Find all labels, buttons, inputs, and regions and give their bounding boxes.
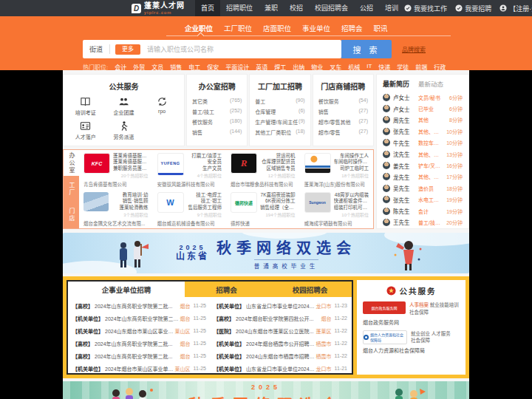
subnav-enterprise-jobs[interactable]: 企业职位 [185,23,213,34]
job-category-row[interactable]: 仓库管理(6) [250,106,310,117]
resume-item[interactable]: 张先生其他、文员10分钟 [383,126,463,137]
job-category-row[interactable]: 普工(90) [250,96,310,106]
hot-job-link[interactable]: 保安 [207,63,219,71]
job-category-row[interactable]: 餐饮服务(54) [313,96,373,106]
hot-job-link[interactable]: 行政 [434,63,446,71]
tab-office[interactable]: 办公室 [64,150,79,176]
nav-parttime[interactable]: 兼职 [259,0,284,16]
nav-campus[interactable]: 校招 [284,0,309,16]
nav-campus-fair[interactable]: 校园招聘会 [309,0,354,16]
job-category-row[interactable]: 销售(144) [187,127,247,137]
hot-job-link[interactable]: IT [366,63,372,71]
tab-institution-recruit[interactable]: 企事业单位招聘 [68,282,185,297]
subnav-public-institution[interactable]: 事业单位 [302,23,330,34]
bulletin-item[interactable]: 【机关单位】2024年烟台市莱山区事业单位招...莱山区11-25 [72,362,206,375]
resume-item[interactable]: 龙先生其他、保安17分钟 [383,171,463,183]
tab-job-fair[interactable]: 招聘会 [185,282,268,297]
job-category-row[interactable]: 超市/零售(27) [313,127,373,137]
service-team-building[interactable]: 企业团建 [105,96,143,116]
bulletin-item[interactable]: 【机关单位】山东省龙口市事业单位2024年11...龙口市11-23 [214,299,347,312]
tab-factory[interactable]: 工厂 [64,176,79,202]
hot-job-link[interactable]: 平面设计 [225,63,249,71]
resume-item[interactable]: 沈先生其他、物流、配送...13分钟 [383,149,463,160]
hot-job-link[interactable]: 会计 [115,63,126,71]
bulletin-item[interactable]: 【高校】2024年山东商务职业学院第二批...烟台11-25 [72,349,206,362]
bulletin-item[interactable]: 【高校】2024年山东商务职业学院第二批...烟台11-25 [72,337,206,349]
hot-job-link[interactable]: 电工 [188,63,200,71]
nav-training[interactable]: 培训 [379,0,404,16]
company-card[interactable]: R 货运司机 仓库理货配货员 区域销售专员 12个热招职位 烟台市瑞粮食品科技有… [226,150,300,189]
company-card[interactable]: YUFENG 打磨工/油漆工 安全员 生产文员 4个热招职位 安徽驭风能源科技有… [153,150,227,189]
resume-item[interactable]: 周先生其他8分钟 [383,115,463,126]
company-card[interactable]: 德邦快递 7K直招夜班装卸 6K夜间分拣工 销售经理（全四川 194个热招职位 … [226,189,300,228]
hot-job-link[interactable]: 焊工 [274,63,286,71]
resume-item[interactable]: 陈先生会计19分钟 [383,205,463,216]
bulletin-item[interactable]: 【医院】2024山东烟台市蓬莱区公立医院...蓬莱区11-22 [214,324,347,337]
resume-item[interactable]: 张先生水电工、焊工19分钟 [383,194,463,205]
find-job-link[interactable]: 我要找工作 [404,4,447,13]
hot-job-link[interactable]: 物业 [311,63,323,71]
bulletin-item[interactable]: 【高校】2024年烟台职业学院第四批公开...烟台11-22 [214,312,347,324]
service-talent-settlement[interactable]: 人才落户 [66,120,105,140]
job-category-row[interactable]: 超市/零售其他(27) [313,117,373,127]
search-input[interactable] [146,45,341,54]
resume-item[interactable]: 卢女士文员/秘书6分钟 [383,92,463,103]
nav-public-recruit[interactable]: 公招 [354,0,379,16]
nav-jobs[interactable]: 招聘职位 [220,0,259,16]
service-training-cert[interactable]: 培训考证 [66,96,105,116]
tab-campus-fair[interactable]: 校园招聘会 [268,282,352,297]
brand-search-link[interactable]: 品牌搜索 [402,45,426,53]
subnav-factory-jobs[interactable]: 工厂职位 [224,23,252,34]
hot-job-link[interactable]: 机械 [348,63,360,71]
job-category-row[interactable]: 销售(27) [313,106,373,117]
tab-latest-resumes[interactable]: 最新简历 [383,79,409,89]
bulletin-item[interactable]: 【高校】2024年山东商务职业学院第二批...烟台11-25 [72,299,206,312]
hire-link[interactable]: 我要招聘 [455,4,491,13]
company-card[interactable]: W 技工·电焊工 技工·钳工 售后服务工程师 9个热招职位 烟台威嘉机械设备有限… [153,189,227,228]
company-card[interactable]: 车间操作工人 车间临时操作工人 司炉工临时工 18个热招职位 蓬莱海洋(山东)股… [300,150,374,189]
service-entry[interactable]: 烟台政务服务网 人事档案 就业技能培训 社会保障 烟台政务服务网 [363,301,460,326]
service-labor-dispatch[interactable]: 劳务派遣 [105,120,143,140]
job-category-row[interactable]: 普工/技工(252) [187,106,247,117]
hot-job-link[interactable]: 文员 [151,63,163,71]
hot-job-link[interactable]: 外贸 [133,63,145,71]
autumn-fair-banner-bottom[interactable]: 2025 秋季网络双选会 [63,381,469,399]
company-card[interactable]: 教育培训·幼 销售·销售顾 蓬莱轮滑教练 3个热招职位 烟台金隅文化艺术交流有限… [79,189,153,228]
service-rpo[interactable]: rpo [143,96,181,116]
resume-item[interactable]: 王先生普工/技工、其他20分钟 [383,216,463,228]
autumn-fair-banner[interactable]: 2025 山东省 秋季网络双选会 普通高校毕业生 [63,233,469,273]
bulletin-item[interactable]: 【机关单位】2024山东烟台市莱山区事业单位...莱山区11-25 [72,324,206,337]
bulletin-item[interactable]: 【机关单位】2024年烟台栖霞市公开招聘社区...栖霞市11-22 [214,337,347,349]
job-category-row[interactable]: 生产管理/车间主任(9) [250,117,310,127]
bulletin-item[interactable]: 【机关单位】2024年山东商务职业学院第二批...烟台11-25 [72,312,206,324]
hot-job-link[interactable]: 快递 [378,63,390,71]
subnav-job-fair[interactable]: 招聘会 [341,23,363,34]
search-button[interactable]: 搜 索 [341,40,392,58]
company-card[interactable]: Sungwon 48周岁以内组装 快递柜钣金件有班车 组装打印机可安排 10个热… [300,189,374,228]
subnav-store-jobs[interactable]: 店面职位 [263,23,291,34]
hot-job-link[interactable]: 出纳 [293,63,304,71]
login-register-link[interactable]: 【注册·登录】 [499,4,532,13]
subnav-job-news[interactable]: 职讯 [374,23,388,34]
nav-home[interactable]: 首页 [195,0,220,16]
resume-item[interactable]: 姜先生铲车/叉车工16分钟 [383,160,463,171]
hot-job-link[interactable]: 前端 [415,63,427,71]
service-entry[interactable]: 烟台人力资源和社会保障局 就业创业 人才服务 社会保障 烟台人力资源和社会保障局 [363,330,460,355]
hot-job-link[interactable]: 叉车 [330,63,341,71]
job-category-row[interactable]: 餐饮服务(180) [187,117,247,127]
hot-job-link[interactable]: 学徒 [397,63,409,71]
resume-item[interactable]: 牛先生数控车床工、其他10分钟 [383,137,463,149]
bulletin-item[interactable]: 【机关单位】山东省龙口市事业单位2024年公...龙口市11-21 [214,362,347,375]
resume-item[interactable]: 卢女士已毕业6分钟 [383,103,463,114]
tab-store[interactable]: 门店 [64,202,79,228]
company-card[interactable]: KFC 蓬莱肯德基服务员 蓬莱肯德基服务员 兼职服务员蓬莱肯 20个热招职位 青… [79,150,153,189]
bulletin-item[interactable]: 【机关单位】2024山东烟台市栖霞市招聘社区...栖霞市11-22 [214,349,347,362]
more-button[interactable]: 更多 [115,44,140,55]
resume-item[interactable]: 吴先生造价员18分钟 [383,183,463,194]
site-logo[interactable]: D 蓬莱人才网 ytplrc.com [132,2,185,15]
job-category-row[interactable]: 其他工厂类职位(18) [250,127,310,137]
hot-job-link[interactable]: 英语 [256,63,267,71]
tab-latest-activity[interactable]: 最新动态 [418,79,443,88]
region-selector[interactable]: 街道 [83,44,109,54]
hot-job-link[interactable]: 销售 [170,63,182,71]
